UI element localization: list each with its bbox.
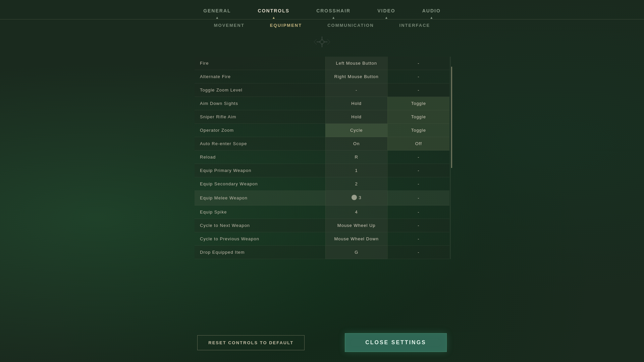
- row-label-drop-item: Drop Equipped Item: [195, 246, 325, 259]
- row-alt-cycle-next[interactable]: -: [387, 219, 449, 232]
- row-alt-drop-item[interactable]: -: [387, 246, 449, 259]
- row-label-reload: Reload: [195, 150, 325, 164]
- row-key-equip-melee[interactable]: 3: [325, 191, 387, 205]
- controls-table: FireLeft Mouse Button-Alternate FireRigh…: [195, 57, 449, 259]
- scroll-thumb: [451, 67, 452, 168]
- row-alt-operator-zoom[interactable]: Toggle: [387, 124, 449, 137]
- row-label-equip-primary: Equip Primary Weapon: [195, 164, 325, 177]
- row-key-cycle-next[interactable]: Mouse Wheel Up: [325, 219, 387, 232]
- row-label-cycle-next: Cycle to Next Weapon: [195, 219, 325, 232]
- row-alt-cycle-prev[interactable]: -: [387, 232, 449, 246]
- nav-tab-crosshair[interactable]: CROSSHAIR: [303, 5, 364, 16]
- table-row: Cycle to Next WeaponMouse Wheel Up-: [195, 219, 449, 232]
- settings-container: FireLeft Mouse Button-Alternate FireRigh…: [195, 57, 449, 325]
- reset-button[interactable]: RESET CONTROLS TO DEFAULT: [197, 335, 305, 350]
- table-row: Operator ZoomCycleToggle: [195, 124, 449, 137]
- row-label-equip-spike: Equip Spike: [195, 205, 325, 219]
- row-key-alternate-fire[interactable]: Right Mouse Button: [325, 70, 387, 83]
- row-alt-auto-re-enter-scope[interactable]: Off: [387, 137, 449, 150]
- row-key-fire[interactable]: Left Mouse Button: [325, 57, 387, 70]
- edit-dot: [352, 195, 357, 200]
- table-row: Drop Equipped ItemG-: [195, 246, 449, 259]
- close-settings-button[interactable]: CLOSE SETTINGS: [345, 333, 447, 352]
- table-row: Equip Melee Weapon3-: [195, 191, 449, 205]
- row-key-toggle-zoom[interactable]: -: [325, 83, 387, 97]
- svg-line-5: [314, 39, 317, 42]
- row-alt-toggle-zoom[interactable]: -: [387, 83, 449, 97]
- row-alt-equip-spike[interactable]: -: [387, 205, 449, 219]
- row-alt-equip-primary[interactable]: -: [387, 164, 449, 177]
- row-alt-equip-secondary[interactable]: -: [387, 177, 449, 191]
- table-row: Sniper Rifle AimHoldToggle: [195, 110, 449, 124]
- row-label-sniper-rifle-aim: Sniper Rifle Aim: [195, 110, 325, 124]
- subnav-tab-communication[interactable]: COMMUNICATION: [325, 21, 376, 29]
- row-label-fire: Fire: [195, 57, 325, 70]
- row-label-equip-melee: Equip Melee Weapon: [195, 191, 325, 205]
- row-key-operator-zoom[interactable]: Cycle: [325, 124, 387, 137]
- table-row: Aim Down SightsHoldToggle: [195, 97, 449, 110]
- table-row: FireLeft Mouse Button-: [195, 57, 449, 70]
- scroll-indicator: [450, 57, 451, 259]
- row-key-equip-secondary[interactable]: 2: [325, 177, 387, 191]
- table-row: Equip Secondary Weapon2-: [195, 177, 449, 191]
- table-row: Cycle to Previous WeaponMouse Wheel Down…: [195, 232, 449, 246]
- row-key-auto-re-enter-scope[interactable]: On: [325, 137, 387, 150]
- row-alt-alternate-fire[interactable]: -: [387, 70, 449, 83]
- row-label-toggle-zoom: Toggle Zoom Level: [195, 83, 325, 97]
- svg-line-7: [314, 42, 317, 45]
- table-row: Equip Primary Weapon1-: [195, 164, 449, 177]
- row-alt-fire[interactable]: -: [387, 57, 449, 70]
- row-alt-sniper-rifle-aim[interactable]: Toggle: [387, 110, 449, 124]
- row-label-operator-zoom: Operator Zoom: [195, 124, 325, 137]
- bottom-bar: RESET CONTROLS TO DEFAULT CLOSE SETTINGS: [0, 325, 644, 362]
- top-navigation: GENERALCONTROLSCROSSHAIRVIDEOAUDIO: [0, 0, 644, 16]
- row-key-reload[interactable]: R: [325, 150, 387, 164]
- weapon-decoration: [309, 32, 335, 52]
- subnav-tab-movement[interactable]: MOVEMENT: [211, 21, 247, 29]
- table-row: Equip Spike4-: [195, 205, 449, 219]
- nav-tab-general[interactable]: GENERAL: [190, 5, 244, 16]
- nav-tab-audio[interactable]: AUDIO: [409, 5, 454, 16]
- sub-navigation: MOVEMENTEQUIPMENTCOMMUNICATIONINTERFACE: [0, 16, 644, 32]
- row-label-aim-down-sights: Aim Down Sights: [195, 97, 325, 110]
- table-row: Toggle Zoom Level--: [195, 83, 449, 97]
- nav-tab-video[interactable]: VIDEO: [364, 5, 409, 16]
- row-alt-equip-melee[interactable]: -: [387, 191, 449, 205]
- table-row: Auto Re-enter ScopeOnOff: [195, 137, 449, 150]
- row-label-equip-secondary: Equip Secondary Weapon: [195, 177, 325, 191]
- row-alt-aim-down-sights[interactable]: Toggle: [387, 97, 449, 110]
- row-key-sniper-rifle-aim[interactable]: Hold: [325, 110, 387, 124]
- svg-line-6: [327, 39, 330, 42]
- row-alt-reload[interactable]: -: [387, 150, 449, 164]
- nav-tab-controls[interactable]: CONTROLS: [245, 5, 303, 16]
- table-row: ReloadR-: [195, 150, 449, 164]
- row-key-cycle-prev[interactable]: Mouse Wheel Down: [325, 232, 387, 246]
- subnav-tab-equipment[interactable]: EQUIPMENT: [267, 21, 305, 29]
- table-row: Alternate FireRight Mouse Button-: [195, 70, 449, 83]
- scroll-area[interactable]: FireLeft Mouse Button-Alternate FireRigh…: [195, 57, 449, 259]
- row-label-cycle-prev: Cycle to Previous Weapon: [195, 232, 325, 246]
- row-key-equip-primary[interactable]: 1: [325, 164, 387, 177]
- row-key-aim-down-sights[interactable]: Hold: [325, 97, 387, 110]
- svg-line-8: [327, 42, 330, 45]
- subnav-tab-interface[interactable]: INTERFACE: [397, 21, 433, 29]
- row-key-equip-spike[interactable]: 4: [325, 205, 387, 219]
- row-label-alternate-fire: Alternate Fire: [195, 70, 325, 83]
- row-label-auto-re-enter-scope: Auto Re-enter Scope: [195, 137, 325, 150]
- row-key-drop-item[interactable]: G: [325, 246, 387, 259]
